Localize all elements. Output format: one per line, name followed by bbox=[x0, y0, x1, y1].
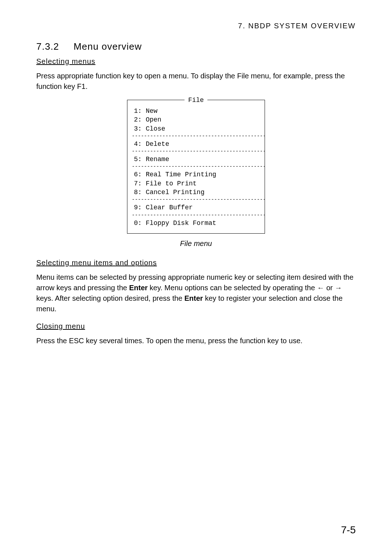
menu-separator: ----------------------------------------… bbox=[127, 150, 265, 153]
menu-group-1: 1: New 2: Open 3: Close bbox=[127, 105, 265, 135]
menu-item-real-time-printing: 6: Real Time Printing bbox=[134, 170, 258, 179]
section-name: Menu overview bbox=[74, 41, 142, 52]
menu-item-rename: 5: Rename bbox=[134, 155, 258, 164]
menu-separator: ----------------------------------------… bbox=[127, 165, 265, 169]
menu-item-open: 2: Open bbox=[134, 115, 258, 124]
paragraph-selecting-items: Menu items can be selected by pressing a… bbox=[36, 272, 356, 314]
menu-group-4: 6: Real Time Printing 7: File to Print 8… bbox=[127, 169, 265, 198]
chapter-header: 7. NBDP SYSTEM OVERVIEW bbox=[36, 22, 356, 30]
menu-item-cancel-printing: 8: Cancel Printing bbox=[134, 188, 258, 197]
paragraph-selecting-menus: Press appropriate function key to open a… bbox=[36, 71, 356, 92]
menu-group-6: 0: Floppy Disk Format bbox=[127, 217, 265, 229]
menu-item-delete: 4: Delete bbox=[134, 140, 258, 148]
page-number: 7-5 bbox=[341, 524, 356, 536]
menu-group-3: 5: Rename bbox=[127, 153, 265, 165]
menu-item-file-to-print: 7: File to Print bbox=[134, 179, 258, 188]
menu-separator: ----------------------------------------… bbox=[127, 135, 265, 138]
menu-figure: File 1: New 2: Open 3: Close -----------… bbox=[36, 100, 356, 234]
subheading-closing-menu: Closing menu bbox=[36, 322, 356, 331]
subheading-selecting-menus: Selecting menus bbox=[36, 57, 356, 66]
enter-key-label: Enter bbox=[184, 294, 203, 302]
menu-group-5: 9: Clear Buffer bbox=[127, 202, 265, 213]
figure-caption: File menu bbox=[36, 239, 356, 248]
menu-item-floppy-disk-format: 0: Floppy Disk Format bbox=[134, 219, 258, 227]
subheading-selecting-items: Selecting menu items and options bbox=[36, 259, 356, 267]
menu-box-title: File bbox=[184, 96, 207, 104]
paragraph-closing-menu: Press the ESC key several times. To open… bbox=[36, 336, 356, 346]
section-title: 7.3.2Menu overview bbox=[36, 41, 356, 52]
menu-separator: ----------------------------------------… bbox=[127, 214, 265, 217]
file-menu-box: File 1: New 2: Open 3: Close -----------… bbox=[127, 100, 265, 234]
menu-group-2: 4: Delete bbox=[127, 138, 265, 150]
menu-separator: ----------------------------------------… bbox=[127, 198, 265, 202]
menu-item-close: 3: Close bbox=[134, 124, 258, 133]
enter-key-label: Enter bbox=[129, 284, 148, 292]
section-number: 7.3.2 bbox=[36, 41, 59, 52]
menu-item-new: 1: New bbox=[134, 107, 258, 115]
menu-item-clear-buffer: 9: Clear Buffer bbox=[134, 203, 258, 212]
